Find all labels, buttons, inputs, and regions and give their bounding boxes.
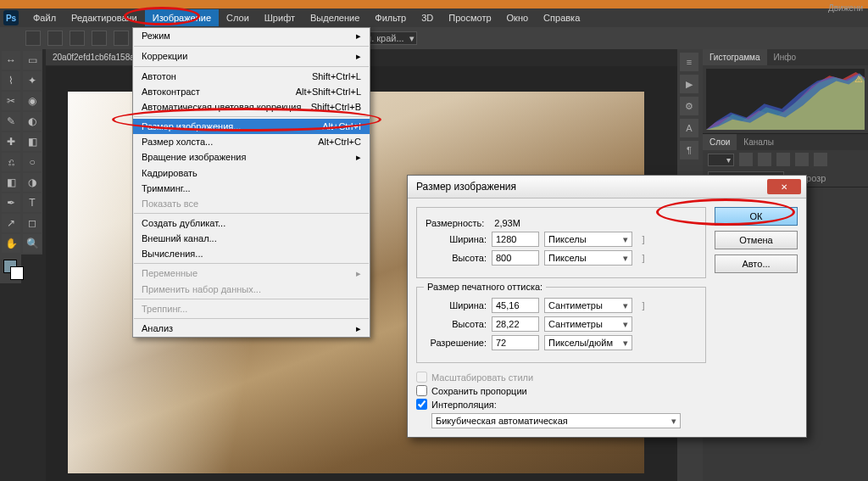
tab-info[interactable]: Инфо xyxy=(767,49,804,65)
marquee-tool-icon[interactable]: ▭ xyxy=(23,51,42,70)
menu-item-label: Автоматическая цветовая коррекция xyxy=(142,102,301,112)
clone-tool-icon[interactable]: ⎌ xyxy=(2,153,20,171)
type-tool-icon[interactable]: T xyxy=(23,193,42,212)
shape-tool-icon[interactable]: ◻ xyxy=(23,214,42,232)
menu-view[interactable]: Просмотр xyxy=(441,9,498,26)
menu-item-trim[interactable]: Тримминг... xyxy=(133,181,370,196)
height-unit-select[interactable]: Пикселы xyxy=(544,250,632,266)
menu-item-autotone[interactable]: АвтотонShift+Ctrl+L xyxy=(133,69,370,84)
menu-item-calculations[interactable]: Вычисления... xyxy=(133,246,370,261)
opt-icon-2[interactable] xyxy=(70,31,85,46)
menu-item-corrections[interactable]: Коррекции▸ xyxy=(133,48,370,64)
checkbox-icon[interactable] xyxy=(416,372,427,383)
print-height-input[interactable] xyxy=(492,316,539,332)
menu-item-autocontrast[interactable]: АвтоконтрастAlt+Shift+Ctrl+L xyxy=(133,84,370,99)
menu-file[interactable]: Файл xyxy=(25,9,64,26)
menu-type[interactable]: Шрифт xyxy=(257,9,303,26)
opt-icon-3[interactable] xyxy=(92,31,107,46)
character-panel-icon[interactable]: A xyxy=(680,119,698,137)
resample-method-select[interactable]: Бикубическая автоматическая xyxy=(431,413,681,428)
menu-item-analysis[interactable]: Анализ▸ xyxy=(133,321,370,337)
filter-icon-3[interactable] xyxy=(776,153,790,166)
paragraph-panel-icon[interactable]: ¶ xyxy=(680,141,698,159)
resample-checkbox[interactable]: Интерполяция: xyxy=(416,399,706,410)
patch-tool-icon[interactable]: ◐ xyxy=(23,112,42,131)
scale-styles-checkbox[interactable]: Масштабировать стили xyxy=(416,372,706,383)
properties-panel-icon[interactable]: ⚙ xyxy=(680,97,698,115)
print-width-input[interactable] xyxy=(492,298,539,313)
path-tool-icon[interactable]: ↗ xyxy=(2,214,20,232)
menu-edit[interactable]: Редактировани xyxy=(64,9,145,26)
auto-button[interactable]: Авто... xyxy=(715,254,798,273)
link-icon[interactable]: ] xyxy=(637,253,649,263)
menu-help[interactable]: Справка xyxy=(536,9,587,26)
actions-panel-icon[interactable]: ▶ xyxy=(680,75,698,93)
move-tool-icon[interactable]: ↔ xyxy=(2,51,20,70)
eyedrop-tool-icon[interactable]: ◉ xyxy=(23,92,42,110)
menu-item-rotation[interactable]: Вращение изображения▸ xyxy=(133,149,370,165)
hand-tool-icon[interactable]: ✋ xyxy=(2,234,20,253)
menu-window[interactable]: Окно xyxy=(499,9,537,26)
constrain-proportions-checkbox[interactable]: Сохранить пропорции xyxy=(416,385,706,396)
menu-3d[interactable]: 3D xyxy=(414,9,441,26)
opt-icon-1[interactable] xyxy=(47,31,63,46)
print-width-unit-select[interactable]: Сантиметры xyxy=(544,298,632,313)
gradient-tool-icon[interactable]: ◧ xyxy=(2,173,20,192)
resolution-input[interactable] xyxy=(492,335,539,350)
print-height-unit-select[interactable]: Сантиметры xyxy=(544,316,632,332)
shortcut-label: Alt+Shift+Ctrl+L xyxy=(296,87,361,97)
width-input[interactable] xyxy=(492,232,539,247)
menu-layers[interactable]: Слои xyxy=(219,9,257,26)
healing-tool-icon[interactable]: ✚ xyxy=(2,132,20,151)
menu-item-trapping: Треппинг... xyxy=(133,301,370,316)
menu-item-crop[interactable]: Кадрировать xyxy=(133,165,370,181)
height-input[interactable] xyxy=(492,250,539,266)
checkbox-icon[interactable] xyxy=(416,399,427,410)
link-icon[interactable]: ] xyxy=(637,300,649,310)
toolbar-left-a: ↔ ⌇ ✂ ✎ ✚ ⎌ ◧ ✒ ↗ ✋ xyxy=(0,49,21,283)
menu-item-canvas-size[interactable]: Размер холста...Alt+Ctrl+C xyxy=(133,134,370,149)
ok-button[interactable]: ОК xyxy=(715,207,798,226)
link-icon[interactable]: ] xyxy=(637,234,649,244)
history-panel-icon[interactable]: ≡ xyxy=(680,53,698,71)
lasso-tool-icon[interactable]: ⌇ xyxy=(2,71,20,90)
brush-tool-icon[interactable]: ✎ xyxy=(2,112,20,131)
histogram-graph: ⚠ xyxy=(706,69,865,130)
color-swatches[interactable] xyxy=(2,260,19,282)
filter-icon-5[interactable] xyxy=(814,153,827,166)
menu-item-reveal-all: Показать все xyxy=(133,196,370,211)
blur-tool-icon[interactable]: ○ xyxy=(23,153,42,171)
menu-image[interactable]: Изображение xyxy=(145,9,219,26)
menu-item-autocolor[interactable]: Автоматическая цветовая коррекцияShift+C… xyxy=(133,99,370,115)
wand-tool-icon[interactable]: ✦ xyxy=(23,71,42,90)
menu-item-duplicate[interactable]: Создать дубликат... xyxy=(133,215,370,231)
zoom-tool-icon[interactable]: 🔍 xyxy=(23,234,42,253)
filter-icon-4[interactable] xyxy=(795,153,809,166)
eraser-tool-icon[interactable]: ◧ xyxy=(23,132,42,151)
width-unit-select[interactable]: Пикселы xyxy=(544,232,632,247)
print-width-label: Ширина: xyxy=(426,300,487,310)
cancel-button[interactable]: Отмена xyxy=(715,231,798,249)
background-swatch[interactable] xyxy=(10,266,24,280)
close-button[interactable]: ✕ xyxy=(767,179,801,194)
tab-layers[interactable]: Слои xyxy=(703,134,737,150)
opt-icon-4[interactable] xyxy=(114,31,129,46)
pen-tool-icon[interactable]: ✒ xyxy=(2,193,20,212)
menu-item-apply-image[interactable]: Внешний канал... xyxy=(133,231,370,246)
motion-label[interactable]: Движени xyxy=(828,3,863,13)
filter-icon-2[interactable] xyxy=(758,153,771,166)
tab-histogram[interactable]: Гистограмма xyxy=(703,49,767,65)
menu-select[interactable]: Выделение xyxy=(303,9,367,26)
menu-filter[interactable]: Фильтр xyxy=(367,9,414,26)
checkbox-icon[interactable] xyxy=(416,385,427,396)
tab-channels[interactable]: Каналы xyxy=(737,134,781,150)
resolution-unit-select[interactable]: Пикселы/дюйм xyxy=(544,335,632,350)
dodge-tool-icon[interactable]: ◑ xyxy=(23,173,42,192)
filter-icon-1[interactable] xyxy=(739,153,753,166)
menu-item-image-size[interactable]: Размер изображения...Alt+Ctrl+I xyxy=(133,119,370,134)
tool-preset-icon[interactable] xyxy=(25,31,41,46)
layer-filter-select[interactable] xyxy=(708,154,734,166)
menu-item-mode[interactable]: Режим▸ xyxy=(133,28,370,44)
crop-tool-icon[interactable]: ✂ xyxy=(2,92,20,110)
dialog-titlebar[interactable]: Размер изображения ✕ xyxy=(408,176,806,199)
